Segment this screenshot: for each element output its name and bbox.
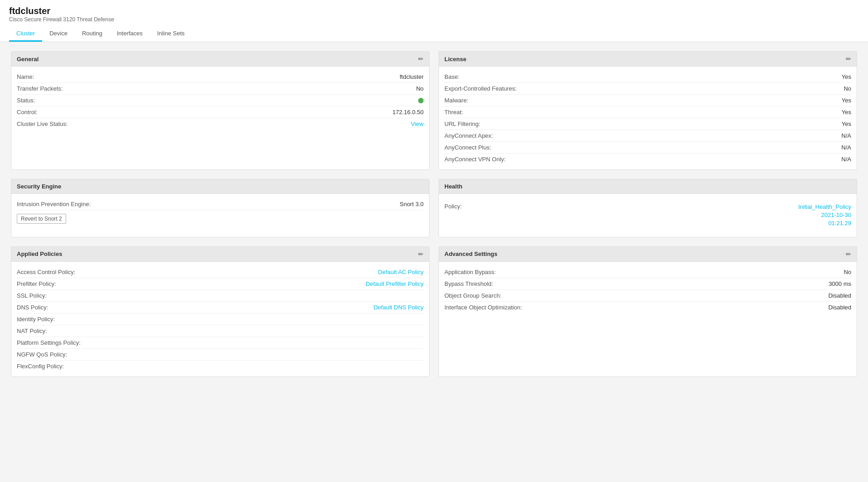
interface-object-optimization-value: Disabled <box>828 304 851 311</box>
health-policy-label: Policy: <box>444 203 462 210</box>
license-plus-row: AnyConnect Plus: N/A <box>444 142 851 154</box>
general-name-row: Name: ftdcluster <box>17 71 424 83</box>
general-control-value: 172.16.0.50 <box>392 109 424 116</box>
license-plus-label: AnyConnect Plus: <box>444 144 491 151</box>
security-engine-title: Security Engine <box>17 183 61 190</box>
security-engine-header: Security Engine <box>11 179 429 194</box>
tabs-bar: Cluster Device Routing Interfaces Inline… <box>9 26 859 42</box>
object-group-search-value: Disabled <box>828 292 851 299</box>
main-content: General ✏ Name: ftdcluster Transfer Pack… <box>0 42 868 386</box>
general-live-status-row: Cluster Live Status: View <box>17 118 424 130</box>
license-vpn-row: AnyConnect VPN Only: N/A <box>444 154 851 165</box>
revert-snort-button[interactable]: Revert to Snort 2 <box>17 214 66 224</box>
general-live-status-label: Cluster Live Status: <box>17 120 68 127</box>
general-edit-icon[interactable]: ✏ <box>418 55 424 63</box>
advanced-settings-title: Advanced Settings <box>444 251 497 257</box>
health-card-body: Policy: Initial_Health_Policy2021-10-300… <box>439 194 857 237</box>
advanced-settings-header: Advanced Settings ✏ <box>439 247 857 262</box>
license-vpn-value: N/A <box>841 156 851 163</box>
license-base-row: Base: Yes <box>444 71 851 83</box>
general-card-header: General ✏ <box>11 52 429 67</box>
dns-label: DNS Policy: <box>17 304 48 311</box>
interface-object-optimization-row: Interface Object Optimization: Disabled <box>444 302 851 313</box>
license-malware-label: Malware: <box>444 97 468 104</box>
general-transfer-value: No <box>416 85 424 92</box>
license-url-label: URL Filtering: <box>444 120 480 127</box>
bypass-threshold-value: 3000 ms <box>829 280 851 287</box>
license-base-value: Yes <box>842 73 851 80</box>
flexconfig-label: FlexConfig Policy: <box>17 363 64 370</box>
prefilter-value[interactable]: Default Prefilter Policy <box>366 280 424 287</box>
app-bypass-value: No <box>844 269 851 275</box>
license-apex-value: N/A <box>841 132 851 139</box>
general-transfer-row: Transfer Packets: No <box>17 83 424 95</box>
tab-routing[interactable]: Routing <box>75 26 110 42</box>
license-base-label: Base: <box>444 73 459 80</box>
ips-engine-value: Snort 3.0 <box>400 201 424 207</box>
acp-label: Access Control Policy: <box>17 269 75 275</box>
tab-interfaces[interactable]: Interfaces <box>110 26 150 42</box>
ssl-label: SSL Policy: <box>17 292 47 299</box>
bypass-threshold-label: Bypass Threshold: <box>444 280 493 287</box>
license-card: License ✏ Base: Yes Export-Controlled Fe… <box>439 51 857 170</box>
advanced-settings-card: Advanced Settings ✏ Application Bypass: … <box>439 246 857 377</box>
platform-settings-label: Platform Settings Policy: <box>17 339 81 346</box>
app-bypass-label: Application Bypass: <box>444 269 496 275</box>
ips-engine-label: Intrusion Prevention Engine: <box>17 201 91 207</box>
license-export-value: No <box>844 85 851 92</box>
acp-row: Access Control Policy: Default AC Policy <box>17 266 424 278</box>
page-header: ftdcluster Cisco Secure Firewall 3120 Th… <box>0 0 868 42</box>
security-engine-card: Security Engine Intrusion Prevention Eng… <box>11 179 429 237</box>
license-card-title: License <box>444 56 466 63</box>
license-plus-value: N/A <box>841 144 851 151</box>
license-apex-label: AnyConnect Apex: <box>444 132 493 139</box>
license-vpn-label: AnyConnect VPN Only: <box>444 156 506 163</box>
applied-policies-edit-icon[interactable]: ✏ <box>418 251 424 258</box>
dns-row: DNS Policy: Default DNS Policy <box>17 302 424 313</box>
object-group-search-row: Object Group Search: Disabled <box>444 290 851 302</box>
ngfw-qos-label: NGFW QoS Policy: <box>17 351 67 358</box>
bypass-threshold-row: Bypass Threshold: 3000 ms <box>444 278 851 290</box>
status-indicator <box>418 98 424 103</box>
acp-value[interactable]: Default AC Policy <box>378 269 424 275</box>
license-apex-row: AnyConnect Apex: N/A <box>444 130 851 142</box>
general-card: General ✏ Name: ftdcluster Transfer Pack… <box>11 51 429 170</box>
tab-inline-sets[interactable]: Inline Sets <box>150 26 192 42</box>
license-export-label: Export-Controlled Features: <box>444 85 517 92</box>
license-edit-icon[interactable]: ✏ <box>846 55 851 63</box>
prefilter-row: Prefilter Policy: Default Prefilter Poli… <box>17 278 424 290</box>
general-name-label: Name: <box>17 73 34 80</box>
general-status-label: Status: <box>17 97 35 104</box>
identity-row: Identity Policy: <box>17 313 424 325</box>
license-threat-row: Threat: Yes <box>444 106 851 118</box>
health-policy-row: Policy: Initial_Health_Policy2021-10-300… <box>444 198 851 232</box>
flexconfig-row: FlexConfig Policy: <box>17 361 424 372</box>
prefilter-label: Prefilter Policy: <box>17 280 56 287</box>
license-export-row: Export-Controlled Features: No <box>444 83 851 95</box>
cluster-live-status-link[interactable]: View <box>411 120 424 127</box>
license-malware-row: Malware: Yes <box>444 95 851 106</box>
identity-label: Identity Policy: <box>17 316 55 323</box>
tab-cluster[interactable]: Cluster <box>9 26 42 42</box>
nat-label: NAT Policy: <box>17 328 47 334</box>
tab-device[interactable]: Device <box>42 26 75 42</box>
health-policy-link[interactable]: Initial_Health_Policy2021-10-3001:21:29 <box>798 203 851 228</box>
health-card: Health Policy: Initial_Health_Policy2021… <box>439 179 857 237</box>
app-bypass-row: Application Bypass: No <box>444 266 851 278</box>
device-subtitle: Cisco Secure Firewall 3120 Threat Defens… <box>9 16 859 23</box>
general-name-value: ftdcluster <box>400 73 424 80</box>
applied-policies-body: Access Control Policy: Default AC Policy… <box>11 262 429 376</box>
ssl-row: SSL Policy: <box>17 290 424 302</box>
dns-value[interactable]: Default DNS Policy <box>373 304 424 311</box>
advanced-settings-edit-icon[interactable]: ✏ <box>846 251 851 258</box>
interface-object-optimization-label: Interface Object Optimization: <box>444 304 522 311</box>
license-malware-value: Yes <box>842 97 851 104</box>
platform-settings-row: Platform Settings Policy: <box>17 337 424 349</box>
license-threat-value: Yes <box>842 109 851 116</box>
health-card-title: Health <box>444 183 463 190</box>
license-url-value: Yes <box>842 120 851 127</box>
license-card-header: License ✏ <box>439 52 857 67</box>
applied-policies-header: Applied Policies ✏ <box>11 247 429 262</box>
security-engine-body: Intrusion Prevention Engine: Snort 3.0 R… <box>11 194 429 232</box>
general-card-title: General <box>17 56 39 63</box>
